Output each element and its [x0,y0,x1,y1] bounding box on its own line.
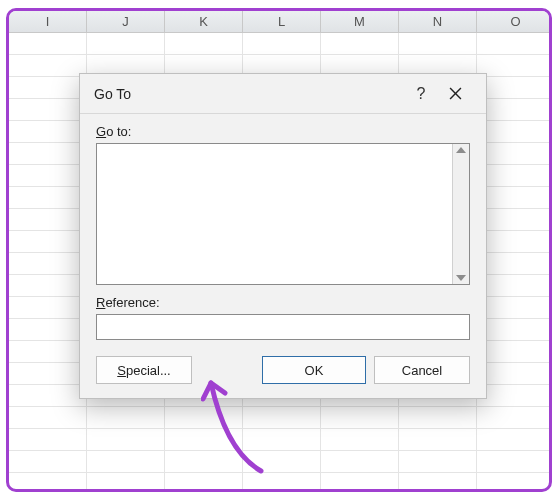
cell[interactable] [477,275,552,296]
cell[interactable] [87,429,165,450]
cell[interactable] [9,33,87,54]
close-button[interactable] [438,79,472,109]
grid-row [9,451,549,473]
grid-row [9,473,549,492]
cell[interactable] [9,77,87,98]
help-button[interactable]: ? [404,79,438,109]
dialog-content: Go to: Reference: Special... OK Cancel [80,114,486,398]
scroll-down-icon [456,275,466,281]
cell[interactable] [165,473,243,492]
screenshot-frame: I J K L M N O Go To ? Go to: [6,8,552,492]
cell[interactable] [9,363,87,384]
cell[interactable] [321,451,399,472]
cell[interactable] [165,33,243,54]
cell[interactable] [477,473,552,492]
column-header[interactable]: I [9,11,87,32]
cell[interactable] [399,33,477,54]
cell[interactable] [243,33,321,54]
reference-input[interactable] [96,314,470,340]
cell[interactable] [477,187,552,208]
goto-listbox-container [96,143,470,285]
column-header[interactable]: K [165,11,243,32]
cell[interactable] [477,121,552,142]
cell[interactable] [9,451,87,472]
cell[interactable] [399,473,477,492]
cell[interactable] [477,33,552,54]
ok-button[interactable]: OK [262,356,366,384]
cell[interactable] [87,473,165,492]
cell[interactable] [9,121,87,142]
cell[interactable] [9,143,87,164]
cell[interactable] [165,429,243,450]
cell[interactable] [9,165,87,186]
close-icon [449,87,462,100]
column-header[interactable]: O [477,11,552,32]
cell[interactable] [321,33,399,54]
cell[interactable] [243,451,321,472]
cell[interactable] [477,55,552,76]
cell[interactable] [399,407,477,428]
cell[interactable] [9,385,87,406]
dialog-button-row: Special... OK Cancel [96,356,470,384]
cell[interactable] [477,165,552,186]
cell[interactable] [165,407,243,428]
column-header[interactable]: J [87,11,165,32]
cell[interactable] [165,451,243,472]
cell[interactable] [9,187,87,208]
cell[interactable] [477,407,552,428]
cancel-button[interactable]: Cancel [374,356,470,384]
grid-row [9,429,549,451]
goto-dialog: Go To ? Go to: Reference: [79,73,487,399]
cell[interactable] [9,297,87,318]
goto-label: Go to: [96,124,470,139]
cell[interactable] [9,231,87,252]
cell[interactable] [9,55,87,76]
cell[interactable] [9,209,87,230]
cell[interactable] [399,429,477,450]
cell[interactable] [243,429,321,450]
column-header[interactable]: N [399,11,477,32]
cell[interactable] [477,231,552,252]
cell[interactable] [9,253,87,274]
cell[interactable] [243,473,321,492]
cell[interactable] [9,341,87,362]
cell[interactable] [9,407,87,428]
cell[interactable] [9,275,87,296]
grid-row [9,407,549,429]
cell[interactable] [477,451,552,472]
special-button[interactable]: Special... [96,356,192,384]
column-headers-row: I J K L M N O [9,11,549,33]
cell[interactable] [477,253,552,274]
cell[interactable] [477,341,552,362]
reference-label: Reference: [96,295,470,310]
cell[interactable] [477,209,552,230]
goto-listbox[interactable] [97,144,452,284]
column-header[interactable]: L [243,11,321,32]
cell[interactable] [477,99,552,120]
column-header[interactable]: M [321,11,399,32]
cell[interactable] [9,99,87,120]
cell[interactable] [477,297,552,318]
cell[interactable] [477,319,552,340]
cell[interactable] [9,429,87,450]
cell[interactable] [9,319,87,340]
cell[interactable] [321,473,399,492]
cell[interactable] [399,451,477,472]
dialog-title: Go To [94,86,404,102]
cell[interactable] [477,385,552,406]
cell[interactable] [477,143,552,164]
grid-row [9,33,549,55]
cell[interactable] [477,77,552,98]
cell[interactable] [477,429,552,450]
cell[interactable] [9,473,87,492]
cell[interactable] [243,407,321,428]
cell[interactable] [321,429,399,450]
dialog-titlebar[interactable]: Go To ? [80,74,486,114]
cell[interactable] [321,407,399,428]
listbox-scrollbar[interactable] [452,144,469,284]
cell[interactable] [477,363,552,384]
cell[interactable] [87,451,165,472]
cell[interactable] [87,33,165,54]
cell[interactable] [87,407,165,428]
scroll-up-icon [456,147,466,153]
